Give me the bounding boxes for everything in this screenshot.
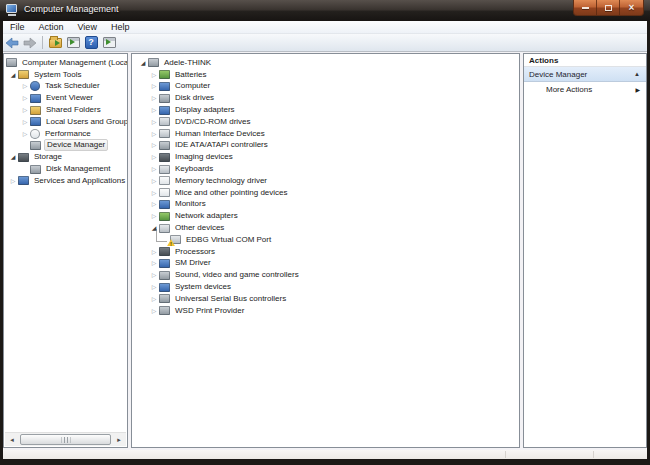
expand-arrow-icon[interactable]: ▷ — [149, 165, 159, 173]
status-bar-divider — [505, 451, 506, 458]
show-action-pane-button-2[interactable] — [100, 35, 118, 51]
tree-item-other-devices[interactable]: ◢ Other devices — [132, 222, 519, 234]
tree-item-event-viewer[interactable]: ▷ Event Viewer — [4, 92, 127, 104]
maximize-icon — [605, 5, 612, 11]
more-actions-item[interactable]: More Actions ▶ — [524, 82, 646, 97]
console-tree-pane: Computer Management (Local ◢ System Tool… — [3, 53, 128, 448]
tree-item-shared-folders[interactable]: ▷ Shared Folders — [4, 104, 127, 116]
expand-arrow-icon[interactable]: ▷ — [149, 130, 159, 138]
tree-item-dvd-cdrom-drives[interactable]: ▷ DVD/CD-ROM drives — [132, 116, 519, 128]
computer-management-icon — [6, 58, 17, 67]
tree-item-label: SM Driver — [173, 258, 213, 268]
tree-item-sm-driver[interactable]: ▷ SM Driver — [132, 258, 519, 270]
title-bar: Computer Management × — [0, 0, 650, 21]
tree-item-label: Sound, video and game controllers — [173, 270, 301, 280]
tree-item-batteries[interactable]: ▷ Batteries — [132, 69, 519, 81]
expand-arrow-icon[interactable]: ▷ — [149, 248, 159, 256]
actions-pane: Actions Device Manager ▲ More Actions ▶ — [523, 53, 647, 448]
tree-item-network-adapters[interactable]: ▷ Network adapters — [132, 210, 519, 222]
maximize-button[interactable] — [597, 0, 620, 15]
sm-driver-icon — [159, 259, 170, 268]
expand-arrow-icon[interactable]: ▷ — [149, 177, 159, 185]
expand-arrow-icon[interactable]: ▷ — [149, 212, 159, 220]
tree-item-wsd-print-provider[interactable]: ▷ WSD Print Provider — [132, 305, 519, 317]
expand-arrow-icon[interactable]: ◢ — [8, 71, 18, 79]
tree-item-monitors[interactable]: ▷ Monitors — [132, 199, 519, 211]
tree-item-edbg-virtual-com-port[interactable]: EDBG Virtual COM Port — [132, 234, 519, 246]
minimize-button[interactable] — [574, 0, 597, 15]
tree-item-performance[interactable]: ▷ Performance — [4, 128, 127, 140]
tree-item-human-interface-devices[interactable]: ▷ Human Interface Devices — [132, 128, 519, 140]
expand-arrow-icon[interactable]: ▷ — [149, 118, 159, 126]
show-console-tree-button[interactable] — [46, 35, 64, 51]
tree-item-ide-controllers[interactable]: ▷ IDE ATA/ATAPI controllers — [132, 140, 519, 152]
tree-item-imaging-devices[interactable]: ▷ Imaging devices — [132, 151, 519, 163]
tree-item-disk-drives[interactable]: ▷ Disk drives — [132, 92, 519, 104]
help-button[interactable]: ? — [82, 35, 100, 51]
tree-item-keyboards[interactable]: ▷ Keyboards — [132, 163, 519, 175]
expand-arrow-icon[interactable]: ◢ — [138, 59, 148, 67]
device-tree-pane: ◢ Adele-THINK ▷ Batteries ▷ Computer ▷ — [131, 53, 520, 448]
status-bar — [3, 450, 647, 459]
expand-arrow-icon[interactable]: ▷ — [8, 177, 18, 185]
forward-button[interactable] — [21, 35, 39, 51]
expand-arrow-icon[interactable]: ▷ — [149, 259, 159, 267]
expand-arrow-icon[interactable]: ▷ — [149, 153, 159, 161]
expand-arrow-icon[interactable]: ▷ — [149, 94, 159, 102]
expand-arrow-icon[interactable]: ▷ — [149, 82, 159, 90]
show-action-pane-button[interactable] — [64, 35, 82, 51]
tree-item-label: Disk Management — [44, 164, 112, 174]
horizontal-scrollbar[interactable]: ◂ ▸ — [5, 432, 126, 446]
tree-item-sound-video-game[interactable]: ▷ Sound, video and game controllers — [132, 269, 519, 281]
tree-item-display-adapters[interactable]: ▷ Display adapters — [132, 104, 519, 116]
tree-item-disk-management[interactable]: Disk Management — [4, 163, 127, 175]
scroll-left-arrow-icon[interactable]: ◂ — [5, 434, 19, 446]
actions-section-device-manager[interactable]: Device Manager ▲ — [524, 67, 646, 82]
menu-action[interactable]: Action — [32, 21, 71, 34]
expand-arrow-icon[interactable]: ▷ — [149, 200, 159, 208]
scroll-right-arrow-icon[interactable]: ▸ — [112, 434, 126, 446]
expand-arrow-icon[interactable]: ▷ — [20, 106, 30, 114]
tree-item-memory-technology-driver[interactable]: ▷ Memory technology driver — [132, 175, 519, 187]
expand-arrow-icon[interactable]: ▷ — [149, 141, 159, 149]
expand-arrow-icon[interactable]: ▷ — [149, 283, 159, 291]
tree-item-task-scheduler[interactable]: ▷ Task Scheduler — [4, 81, 127, 93]
expand-arrow-icon[interactable]: ▷ — [149, 295, 159, 303]
expand-arrow-icon[interactable]: ▷ — [20, 94, 30, 102]
expand-arrow-icon[interactable]: ▷ — [20, 118, 30, 126]
tree-item-computer-category[interactable]: ▷ Computer — [132, 81, 519, 93]
menu-file[interactable]: File — [3, 21, 32, 34]
tree-item-system-devices[interactable]: ▷ System devices — [132, 281, 519, 293]
sound-icon — [159, 271, 170, 280]
tree-item-system-tools[interactable]: ◢ System Tools — [4, 69, 127, 81]
expand-arrow-icon[interactable]: ▷ — [149, 189, 159, 197]
expand-arrow-icon[interactable]: ▷ — [149, 71, 159, 79]
unknown-device-icon — [170, 235, 181, 244]
tree-item-label: System devices — [173, 282, 233, 292]
expand-arrow-icon[interactable]: ▷ — [149, 271, 159, 279]
scrollbar-thumb[interactable] — [20, 434, 111, 445]
tree-item-processors[interactable]: ▷ Processors — [132, 246, 519, 258]
close-button[interactable]: × — [620, 0, 643, 15]
expand-arrow-icon[interactable]: ◢ — [8, 153, 18, 161]
tree-item-mice[interactable]: ▷ Mice and other pointing devices — [132, 187, 519, 199]
actions-section-title: Device Manager — [529, 70, 587, 79]
expand-arrow-icon[interactable]: ▷ — [20, 130, 30, 138]
other-devices-icon — [159, 224, 170, 233]
tree-item-device-manager[interactable]: Device Manager — [4, 140, 127, 152]
back-button[interactable] — [3, 35, 21, 51]
menu-view[interactable]: View — [71, 21, 104, 34]
tree-item-computer-management[interactable]: Computer Management (Local — [4, 57, 127, 69]
tree-item-usb-controllers[interactable]: ▷ Universal Serial Bus controllers — [132, 293, 519, 305]
expand-arrow-icon[interactable]: ▷ — [20, 82, 30, 90]
collapse-section-icon[interactable]: ▲ — [634, 71, 640, 77]
tree-item-storage[interactable]: ◢ Storage — [4, 151, 127, 163]
tree-item-computer-root[interactable]: ◢ Adele-THINK — [132, 57, 519, 69]
tree-item-local-users-and-groups[interactable]: ▷ Local Users and Groups — [4, 116, 127, 128]
display-adapters-icon — [159, 106, 170, 115]
expand-arrow-icon[interactable]: ◢ — [149, 224, 159, 232]
expand-arrow-icon[interactable]: ▷ — [149, 307, 159, 315]
tree-item-services-and-applications[interactable]: ▷ Services and Applications — [4, 175, 127, 187]
expand-arrow-icon[interactable]: ▷ — [149, 106, 159, 114]
menu-help[interactable]: Help — [104, 21, 137, 34]
